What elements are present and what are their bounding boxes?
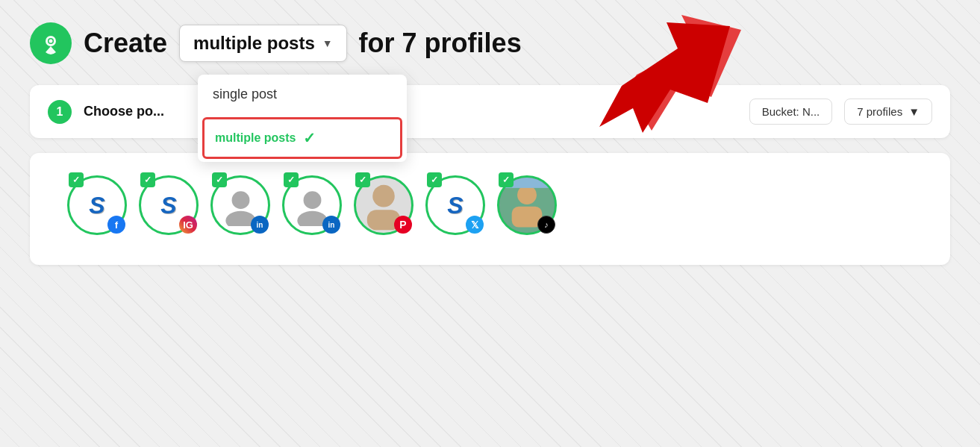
- profile-item-2[interactable]: ✓ S IG: [139, 175, 199, 235]
- social-badge-instagram-2: IG: [179, 216, 197, 234]
- section-number: 1: [48, 100, 72, 124]
- dropdown-item-single[interactable]: single post: [198, 75, 407, 114]
- profile-check-6: ✓: [427, 172, 442, 187]
- profile-check-5: ✓: [355, 172, 370, 187]
- social-badge-tiktok-7: ♪: [537, 216, 555, 234]
- single-post-label: single post: [213, 87, 277, 101]
- profile-item-5[interactable]: ✓ P: [354, 175, 413, 235]
- bucket-button[interactable]: Bucket: N...: [749, 99, 833, 125]
- social-badge-twitter-6: 𝕏: [466, 216, 484, 234]
- profile-check-3: ✓: [212, 172, 227, 187]
- avatar-letter-1: S: [89, 192, 104, 219]
- profile-item-3[interactable]: ✓ in: [210, 175, 270, 235]
- check-icon: ✓: [303, 129, 316, 147]
- multiple-posts-label: multiple posts: [215, 131, 296, 145]
- profiles-count-label: 7 profiles: [857, 105, 902, 118]
- dropdown-selected-label: multiple posts: [193, 33, 315, 54]
- social-badge-pinterest-5: P: [394, 216, 412, 234]
- for-profiles-label: for 7 profiles: [359, 28, 522, 59]
- dropdown-menu: single post multiple posts ✓: [198, 75, 407, 162]
- app-logo: [30, 22, 72, 64]
- profile-item-6[interactable]: ✓ S 𝕏: [425, 175, 485, 235]
- dropdown-item-multiple[interactable]: multiple posts ✓: [202, 117, 402, 159]
- avatar-letter-6: S: [447, 192, 463, 219]
- create-label: Create: [84, 28, 167, 59]
- profiles-card: ✓ S f ✓ S IG ✓: [30, 153, 950, 265]
- red-arrow-annotation: [592, 15, 741, 134]
- profiles-dropdown-button[interactable]: 7 profiles ▼: [844, 99, 932, 125]
- profile-item-7[interactable]: ✓ ♪: [497, 175, 557, 235]
- avatar-letter-2: S: [160, 192, 176, 219]
- profile-item-1[interactable]: ✓ S f: [67, 175, 127, 235]
- svg-point-2: [49, 40, 53, 43]
- svg-point-8: [372, 185, 395, 207]
- profile-check-7: ✓: [499, 172, 514, 187]
- header-row: Create multiple posts ▼ for 7 profiles s…: [30, 22, 950, 64]
- profile-check-4: ✓: [284, 172, 299, 187]
- dropdown-arrow-icon: ▼: [322, 37, 333, 49]
- profiles-dropdown-arrow-icon: ▼: [908, 105, 920, 118]
- profile-check-2: ✓: [140, 172, 155, 187]
- social-badge-linkedin-4: in: [322, 216, 340, 234]
- profile-item-4[interactable]: ✓ in: [282, 175, 342, 235]
- svg-point-4: [231, 191, 249, 209]
- profile-check-1: ✓: [69, 172, 84, 187]
- section-bar: 1 Choose po... Bucket: N... 7 profiles ▼: [30, 85, 950, 138]
- social-badge-facebook-1: f: [107, 216, 125, 234]
- svg-point-11: [517, 185, 537, 204]
- profiles-row: ✓ S f ✓ S IG ✓: [45, 160, 935, 250]
- social-badge-linkedin-3: in: [251, 216, 269, 234]
- svg-point-6: [303, 191, 321, 209]
- post-type-dropdown[interactable]: multiple posts ▼: [179, 25, 347, 62]
